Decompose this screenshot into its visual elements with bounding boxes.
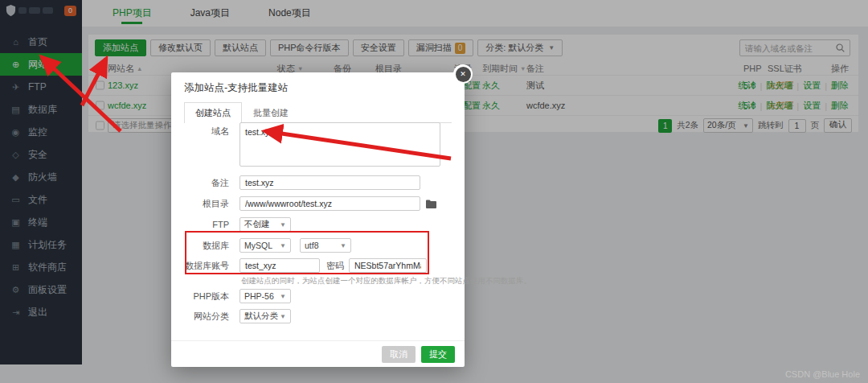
form-row-db-account: 数据库账号 密码 [182, 258, 427, 273]
modal-close-button[interactable]: ✕ [453, 64, 473, 84]
php-version-select[interactable]: PHP-56 ▼ [240, 289, 291, 303]
domain-label: 域名 [182, 126, 229, 138]
close-icon: ✕ [460, 70, 466, 78]
php-version-label: PHP版本 [182, 290, 229, 303]
database-label: 数据库 [182, 240, 229, 252]
modal-title: 添加站点-支持批量建站 [171, 72, 465, 100]
db-password-input[interactable] [349, 258, 427, 273]
modal-tabbar: 创建站点 批量创建 [184, 102, 452, 123]
db-account-label: 数据库账号 [182, 260, 229, 272]
ftp-select[interactable]: 不创建 ▼ [240, 217, 291, 232]
domain-textarea[interactable]: test.xyz [240, 122, 440, 167]
form-row-php-version: PHP版本 PHP-56 ▼ [182, 289, 291, 303]
submit-button[interactable]: 提交 [421, 346, 455, 363]
form-row-ftp: FTP 不创建 ▼ [182, 217, 291, 232]
db-password-label: 密码 [326, 260, 344, 272]
tab-create-site[interactable]: 创建站点 [184, 102, 242, 123]
chevron-down-icon: ▼ [340, 242, 346, 249]
note-input[interactable] [240, 175, 420, 190]
chevron-down-icon: ▼ [280, 293, 286, 300]
watermark: CSDN @Blue Hole [785, 369, 860, 379]
root-dir-label: 根目录 [182, 198, 229, 210]
form-row-site-category: 网站分类 默认分类 ▼ [182, 309, 291, 323]
db-account-input[interactable] [240, 258, 320, 273]
chevron-down-icon: ▼ [280, 313, 286, 320]
add-site-modal: ✕ 添加站点-支持批量建站 创建站点 批量创建 域名 test.xyz 备注 根… [171, 72, 465, 367]
chevron-down-icon: ▼ [280, 221, 286, 229]
note-label: 备注 [182, 177, 229, 189]
form-row-note: 备注 [182, 175, 420, 190]
tab-batch-create[interactable]: 批量创建 [242, 102, 300, 123]
charset-select[interactable]: utf8 ▼ [300, 238, 351, 253]
site-category-select[interactable]: 默认分类 ▼ [240, 309, 291, 323]
form-row-database: 数据库 MySQL ▼ utf8 ▼ [182, 238, 351, 253]
form-row-root-dir: 根目录 [182, 196, 436, 211]
site-category-label: 网站分类 [182, 311, 229, 323]
database-type-select[interactable]: MySQL ▼ [240, 238, 291, 253]
folder-picker-icon[interactable] [426, 200, 436, 208]
cancel-button[interactable]: 取消 [382, 346, 416, 363]
db-help-text: 创建站点的同时，为站点创建一个对应的数据库帐户，方便不同站点使用不同数据库。 [241, 276, 531, 286]
root-dir-input[interactable] [240, 196, 420, 211]
modal-footer: 取消 提交 [171, 340, 465, 367]
ftp-label: FTP [182, 220, 229, 229]
form-row-domain: 域名 test.xyz [182, 122, 440, 167]
chevron-down-icon: ▼ [280, 242, 286, 249]
